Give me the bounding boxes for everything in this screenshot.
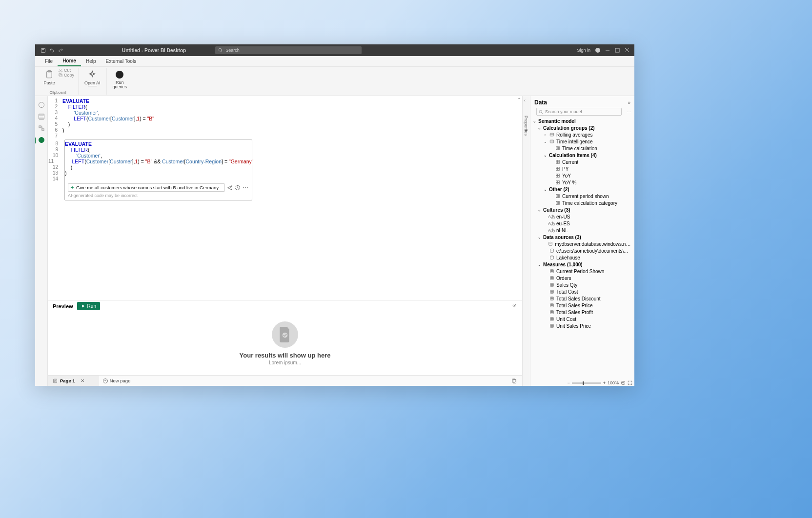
paste-button[interactable]: Paste bbox=[41, 68, 57, 86]
tree-node[interactable]: ›Rolling averages bbox=[530, 131, 634, 138]
tree-node[interactable]: PY bbox=[530, 165, 634, 172]
chevron-down-icon[interactable]: ⌄ bbox=[537, 262, 541, 267]
tree-node[interactable]: Unit Cost bbox=[530, 316, 634, 322]
expand-panel-icon[interactable]: » bbox=[628, 100, 630, 105]
close-tab-icon[interactable]: ✕ bbox=[81, 378, 84, 383]
tree-node[interactable]: Total Sales Discount bbox=[530, 295, 634, 302]
send-icon[interactable] bbox=[227, 185, 233, 191]
avatar-icon[interactable] bbox=[595, 48, 600, 53]
code-line[interactable]: 10 'Customer', bbox=[65, 153, 252, 159]
tree-node[interactable]: ⌄Other (2) bbox=[530, 186, 634, 193]
tree-node[interactable]: Time calculation category bbox=[530, 199, 634, 206]
code-line[interactable]: 1EVALUATE bbox=[48, 98, 522, 104]
close-icon[interactable] bbox=[625, 48, 629, 53]
page-tab-1[interactable]: Page 1 ✕ bbox=[48, 376, 99, 386]
svg-rect-40 bbox=[558, 195, 559, 198]
tree-node[interactable]: YoY % bbox=[530, 179, 634, 186]
more-icon[interactable]: ⋯ bbox=[243, 184, 249, 191]
tree-node[interactable]: ⌄Measures (1,000) bbox=[530, 261, 634, 268]
maximize-icon[interactable] bbox=[615, 48, 620, 53]
code-line[interactable]: 14 bbox=[65, 176, 252, 181]
save-icon[interactable] bbox=[40, 47, 46, 53]
code-line[interactable]: 7 bbox=[48, 133, 522, 139]
tree-node[interactable]: Total Sales Profit bbox=[530, 309, 634, 316]
tree-node[interactable]: Lakehouse bbox=[530, 254, 634, 261]
tab-help[interactable]: Help bbox=[81, 56, 101, 66]
run-queries-button[interactable]: Run queries bbox=[111, 68, 129, 90]
minimize-icon[interactable] bbox=[605, 48, 610, 53]
tree-node[interactable]: ⌄Time intelligence bbox=[530, 138, 634, 145]
fullscreen-icon[interactable] bbox=[628, 380, 632, 385]
titlebar-search[interactable]: Search bbox=[215, 46, 362, 54]
properties-panel-collapsed[interactable]: ‹ Properties bbox=[522, 96, 530, 386]
data-view-icon[interactable] bbox=[39, 114, 44, 120]
report-view-icon[interactable] bbox=[39, 102, 44, 108]
tree-node[interactable]: Aあeu-ES bbox=[530, 220, 634, 227]
data-search-input[interactable]: Search your model bbox=[536, 108, 622, 116]
chevron-down-icon[interactable]: ⌄ bbox=[532, 119, 536, 123]
cut-button[interactable]: Cut bbox=[58, 68, 74, 73]
history-icon[interactable] bbox=[235, 185, 241, 191]
tree-node[interactable]: c:\users\somebody\documents\... bbox=[530, 247, 634, 254]
ai-prompt-input[interactable]: ✦ Give me all customers whose names star… bbox=[68, 183, 225, 192]
copy-page-icon[interactable] bbox=[507, 378, 522, 384]
tree-node[interactable]: ⌄Cultures (3) bbox=[530, 206, 634, 213]
tab-external-tools[interactable]: External Tools bbox=[101, 56, 142, 66]
tree-node[interactable]: Aあnl-NL bbox=[530, 227, 634, 234]
tree-node[interactable]: ⌄Calculation groups (2) bbox=[530, 124, 634, 131]
tree-node[interactable]: Time calculation bbox=[530, 145, 634, 152]
tree-node[interactable]: Aあen-US bbox=[530, 213, 634, 220]
tree-node[interactable]: ⌄Data sources (3) bbox=[530, 234, 634, 240]
tree-node[interactable]: Unit Sales Price bbox=[530, 322, 634, 329]
tree-node[interactable]: Total Cost bbox=[530, 288, 634, 295]
code-line[interactable]: 3 'Customer', bbox=[48, 110, 522, 116]
chevron-down-icon[interactable] bbox=[511, 303, 517, 309]
code-line[interactable]: 11 LEFT(Customer[Customer],1) = "B" && C… bbox=[65, 159, 252, 164]
code-line[interactable]: 5 ) bbox=[48, 121, 522, 127]
tree-node[interactable]: Orders bbox=[530, 275, 634, 281]
tree-node[interactable]: Current Period Shown bbox=[530, 268, 634, 275]
m-icon bbox=[549, 282, 554, 288]
run-button[interactable]: Run bbox=[77, 302, 100, 310]
zoom-control[interactable]: − + 100% bbox=[567, 380, 632, 385]
run-queries-icon bbox=[114, 69, 125, 80]
tree-node[interactable]: ⌄Calculation items (4) bbox=[530, 152, 634, 159]
code-line[interactable]: 13) bbox=[65, 170, 252, 176]
zoom-plus-icon[interactable]: + bbox=[603, 380, 606, 385]
dax-view-icon[interactable] bbox=[39, 137, 44, 143]
copy-button[interactable]: Copy bbox=[58, 73, 74, 78]
tab-file[interactable]: File bbox=[40, 56, 58, 66]
chevron-down-icon[interactable]: ⌄ bbox=[537, 126, 541, 130]
code-line[interactable]: 8EVALUATE bbox=[65, 141, 252, 147]
openai-button[interactable]: Open AI bbox=[82, 68, 102, 87]
code-line[interactable]: 2 FILTER( bbox=[48, 104, 522, 110]
signin-link[interactable]: Sign in bbox=[577, 48, 590, 53]
fit-icon[interactable] bbox=[621, 380, 626, 385]
code-line[interactable]: 4 LEFT(Customer[Customer],1) = "B" bbox=[48, 116, 522, 121]
chevron-down-icon[interactable]: ⌄ bbox=[543, 153, 547, 158]
chevron-down-icon[interactable]: ⌄ bbox=[543, 187, 547, 192]
chevron-down-icon[interactable]: ⌄ bbox=[543, 139, 547, 144]
tree-node[interactable]: Current bbox=[530, 159, 634, 165]
code-editor[interactable]: 1EVALUATE2 FILTER(3 'Customer',4 LEFT(Cu… bbox=[48, 96, 522, 300]
tree-node[interactable]: Total Sales Price bbox=[530, 302, 634, 309]
redo-icon[interactable] bbox=[58, 47, 63, 53]
model-view-icon[interactable] bbox=[39, 125, 44, 131]
code-line[interactable]: 6) bbox=[48, 127, 522, 133]
search-more-icon[interactable]: ⋯ bbox=[627, 109, 631, 115]
tree-node[interactable]: ⌄Semantic model bbox=[530, 118, 634, 124]
code-line[interactable]: 12 ) bbox=[65, 164, 252, 170]
tree-node[interactable]: Sales Qty bbox=[530, 281, 634, 288]
tree-node[interactable]: YoY bbox=[530, 172, 634, 179]
zoom-slider[interactable] bbox=[572, 382, 601, 384]
tree-node[interactable]: Current period shown bbox=[530, 193, 634, 199]
code-line[interactable]: 9 FILTER( bbox=[65, 147, 252, 153]
zoom-minus-icon[interactable]: − bbox=[567, 380, 569, 385]
tree-node[interactable]: mydbserver.database.windows.net;MyData..… bbox=[530, 240, 634, 247]
chevron-down-icon[interactable]: ⌄ bbox=[537, 235, 541, 239]
chevron-down-icon[interactable]: ⌄ bbox=[537, 208, 541, 212]
chevron-right-icon[interactable]: › bbox=[543, 133, 547, 137]
tab-home[interactable]: Home bbox=[58, 56, 81, 66]
new-page-button[interactable]: + New page bbox=[99, 378, 135, 383]
undo-icon[interactable] bbox=[49, 47, 55, 53]
